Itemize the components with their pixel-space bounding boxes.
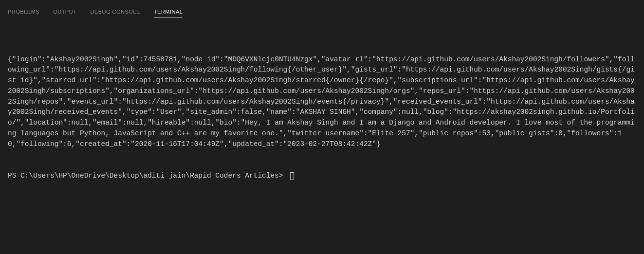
tab-debug-console[interactable]: DEBUG CONSOLE xyxy=(90,6,140,18)
terminal-prompt-line: PS C:\Users\HP\OneDrive\Desktop\aditi ja… xyxy=(8,171,636,181)
tab-problems[interactable]: PROBLEMS xyxy=(8,6,39,18)
tab-terminal[interactable]: TERMINAL xyxy=(154,6,183,18)
panel-tabs: PROBLEMS OUTPUT DEBUG CONSOLE TERMINAL xyxy=(0,0,644,19)
terminal-panel[interactable]: {"login":"Akshay2002Singh","id":74558781… xyxy=(0,19,644,200)
terminal-output: {"login":"Akshay2002Singh","id":74558781… xyxy=(8,54,636,150)
terminal-prompt: PS C:\Users\HP\OneDrive\Desktop\aditi ja… xyxy=(8,171,287,181)
terminal-cursor xyxy=(290,172,294,180)
tab-output[interactable]: OUTPUT xyxy=(53,6,76,18)
